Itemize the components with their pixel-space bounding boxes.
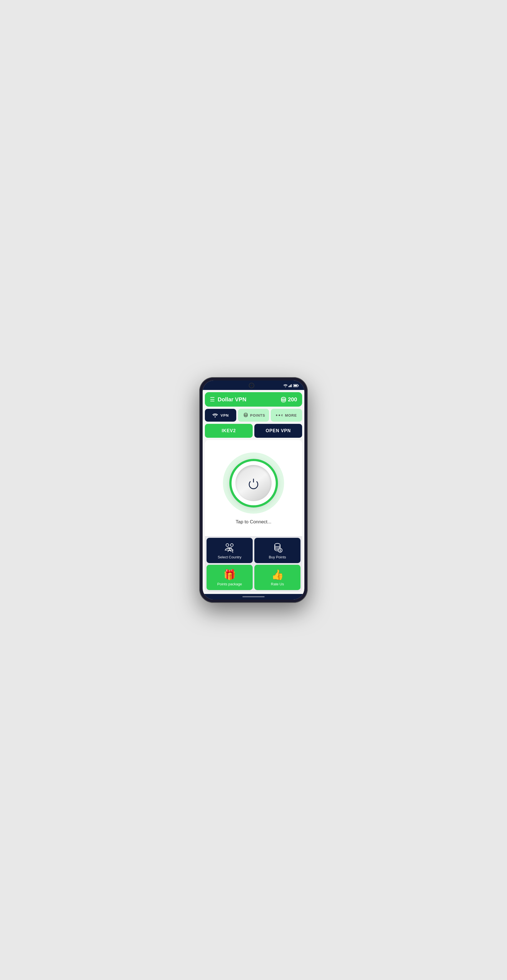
signal-icon: [289, 384, 292, 387]
buy-points-label: Buy Points: [269, 555, 286, 559]
buy-points-button[interactable]: $ Buy Points: [254, 538, 300, 563]
points-package-label: Points package: [217, 582, 242, 586]
svg-point-11: [279, 415, 280, 416]
phone-screen: ☰ Dollar VPN 200: [203, 380, 304, 600]
svg-rect-5: [294, 385, 297, 386]
app-title: Dollar VPN: [218, 396, 246, 403]
svg-rect-2: [291, 384, 292, 387]
svg-rect-3: [292, 384, 292, 387]
svg-point-14: [230, 544, 233, 546]
tab-more-label: MORE: [285, 413, 297, 417]
svg-rect-0: [289, 386, 289, 387]
buy-points-icon: $: [271, 543, 283, 553]
svg-point-13: [226, 544, 229, 546]
more-nav-icon: [276, 414, 283, 416]
phone-frame: ☰ Dollar VPN 200: [199, 377, 308, 603]
bottom-grid: Select Country $ Buy Points 🎁 Points pa: [205, 536, 302, 592]
battery-icon: [293, 384, 299, 387]
rate-us-icon: 👍: [271, 570, 284, 580]
menu-icon[interactable]: ☰: [210, 396, 215, 403]
svg-text:$: $: [279, 549, 281, 552]
camera-notch: [249, 383, 254, 388]
status-bar: [203, 380, 304, 390]
coins-header-icon: [278, 396, 286, 402]
ikev2-button[interactable]: IKEV2: [205, 424, 253, 438]
svg-rect-1: [290, 385, 291, 387]
header-left: ☰ Dollar VPN: [210, 396, 246, 403]
svg-point-15: [275, 543, 280, 547]
app-header: ☰ Dollar VPN 200: [205, 392, 302, 407]
wifi-nav-icon: [212, 413, 218, 417]
main-content: Tap to Connect...: [205, 440, 302, 536]
power-outer-glow: [223, 452, 284, 514]
power-symbol-icon: [248, 478, 259, 488]
openvpn-button[interactable]: OPEN VPN: [254, 424, 302, 438]
tab-points-label: POINTS: [250, 413, 265, 417]
select-country-icon: [224, 543, 236, 553]
points-package-button[interactable]: 🎁 Points package: [207, 565, 253, 590]
tab-vpn[interactable]: VPN: [205, 409, 236, 422]
svg-point-12: [281, 415, 283, 416]
points-display: 200: [278, 396, 297, 403]
power-button-area: Tap to Connect...: [223, 445, 284, 532]
coins-nav-icon: [242, 413, 248, 418]
rate-us-button[interactable]: 👍 Rate Us: [254, 565, 300, 590]
points-value: 200: [288, 396, 297, 403]
select-country-button[interactable]: Select Country: [207, 538, 253, 563]
nav-tabs: VPN POINTS MORE: [205, 409, 302, 422]
status-icons: [283, 384, 299, 387]
tab-more[interactable]: MORE: [271, 409, 302, 422]
svg-rect-6: [298, 385, 299, 386]
points-package-icon: 🎁: [224, 570, 236, 580]
svg-point-10: [276, 415, 277, 416]
wifi-icon: [283, 384, 288, 387]
home-bar: [242, 596, 265, 597]
tab-points[interactable]: POINTS: [238, 409, 269, 422]
connect-text: Tap to Connect...: [236, 519, 272, 525]
power-button[interactable]: [235, 465, 272, 501]
rate-us-label: Rate Us: [271, 582, 284, 586]
select-country-label: Select Country: [218, 555, 241, 559]
tab-vpn-label: VPN: [221, 413, 229, 417]
protocol-row: IKEV2 OPEN VPN: [205, 424, 302, 438]
power-ring: [229, 459, 278, 508]
home-indicator: [203, 594, 304, 600]
